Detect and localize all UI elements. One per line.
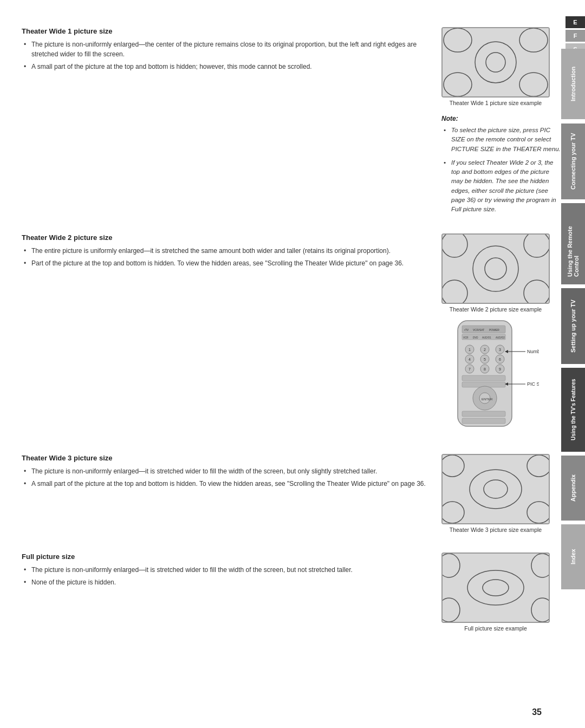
svg-text:DVD: DVD: [473, 336, 478, 339]
theater-wide-2-bullet-2: Part of the picture at the top and botto…: [24, 258, 431, 268]
theater-wide-1-image-container: Theater Wide 1 picture size example Note…: [441, 27, 550, 218]
theater-wide-2-bullets: The entire picture is uniformly enlarged…: [22, 246, 431, 268]
section-theater-wide-1: Theater Wide 1 picture size The picture …: [22, 27, 550, 218]
theater-wide-1-bullet-1: The picture is non-uniformly enlarged—th…: [24, 40, 431, 59]
svg-text:2: 2: [484, 348, 486, 352]
full-picture-bullet-1: The picture is non-uniformly enlarged—it…: [24, 565, 431, 575]
svg-text:ENTER: ENTER: [482, 398, 493, 401]
efs-f: F: [566, 30, 585, 42]
svg-text:VCR/SAT: VCR/SAT: [473, 328, 484, 332]
svg-text:7: 7: [469, 367, 471, 371]
efs-e: E: [566, 16, 585, 28]
full-picture-bullets: The picture is non-uniformly enlarged—it…: [22, 565, 431, 587]
section-theater-wide-3-text: Theater Wide 3 picture size The picture …: [22, 454, 431, 537]
svg-rect-7: [443, 235, 549, 303]
remote-control: •TV VCR/SAT POWER VCR DVD AUD/O1 AUD/O2 …: [441, 318, 539, 439]
svg-text:6: 6: [499, 358, 501, 361]
tab-index[interactable]: Index: [561, 524, 585, 589]
theater-wide-1-picture: Theater Wide 1 picture size example: [441, 27, 550, 106]
note-item-2: If you select Theater Wide 2 or 3, the t…: [444, 158, 561, 214]
theater-wide-1-caption: Theater Wide 1 picture size example: [441, 100, 550, 106]
tab-remote[interactable]: Using the Remote Control: [561, 203, 585, 284]
theater-wide-1-bullets: The picture is non-uniformly enlarged—th…: [22, 40, 431, 72]
right-sidebar: E F S Introduction Connecting your TV Us…: [557, 0, 585, 728]
tab-introduction[interactable]: Introduction: [561, 49, 585, 119]
svg-text:VCR: VCR: [463, 336, 469, 339]
full-picture-caption: Full picture size example: [441, 625, 550, 632]
svg-text:4: 4: [469, 358, 471, 361]
svg-rect-0: [443, 28, 549, 96]
theater-wide-3-bullet-1: The picture is non-uniformly enlarged—it…: [24, 466, 431, 476]
svg-text:POWER: POWER: [489, 328, 499, 332]
note-section: Note: To select the picture size, press …: [441, 115, 561, 214]
svg-text:1: 1: [469, 348, 471, 352]
tab-appendix[interactable]: Appendix: [561, 456, 585, 521]
section-theater-wide-1-text: Theater Wide 1 picture size The picture …: [22, 27, 431, 218]
note-item-1: To select the picture size, press PIC SI…: [444, 126, 561, 154]
full-picture-screen: [441, 552, 550, 623]
theater-wide-3-caption: Theater Wide 3 picture size example: [441, 526, 550, 533]
svg-rect-47: [462, 411, 505, 417]
note-title: Note:: [441, 115, 561, 122]
main-content: Theater Wide 1 picture size The picture …: [22, 27, 550, 696]
full-picture-title: Full picture size: [22, 552, 431, 561]
theater-wide-2-screen: [441, 233, 550, 304]
tab-features[interactable]: Using the TV's Features: [561, 368, 585, 452]
svg-text:AUD/O2: AUD/O2: [496, 336, 505, 339]
tab-connecting[interactable]: Connecting your TV: [561, 123, 585, 199]
theater-wide-2-caption: Theater Wide 2 picture size example: [441, 306, 550, 313]
page: E F S Introduction Connecting your TV Us…: [0, 0, 585, 728]
svg-rect-48: [462, 418, 505, 424]
svg-text:8: 8: [484, 367, 486, 371]
tab-setting[interactable]: Setting up your TV: [561, 288, 585, 364]
section-theater-wide-2-text: Theater Wide 2 picture size The entire p…: [22, 233, 431, 439]
svg-rect-42: [462, 375, 505, 381]
section-theater-wide-2: Theater Wide 2 picture size The entire p…: [22, 233, 550, 439]
svg-rect-60: [443, 554, 549, 622]
full-picture-image-container: Full picture size example: [441, 552, 550, 636]
full-picture-example: Full picture size example: [441, 552, 550, 632]
full-picture-bullet-2: None of the picture is hidden.: [24, 577, 431, 587]
svg-text:PIC SIZE: PIC SIZE: [527, 381, 539, 387]
theater-wide-1-bullet-2: A small part of the picture at the top a…: [24, 62, 431, 72]
theater-wide-1-screen: [441, 27, 550, 98]
svg-text:Number: Number: [527, 349, 539, 354]
theater-wide-2-title: Theater Wide 2 picture size: [22, 233, 431, 242]
theater-wide-3-title: Theater Wide 3 picture size: [22, 454, 431, 462]
page-number: 35: [532, 707, 542, 717]
svg-text:•TV: •TV: [464, 328, 469, 332]
theater-wide-2-image-container: Theater Wide 2 picture size example •TV …: [441, 233, 550, 439]
theater-wide-3-bullets: The picture is non-uniformly enlarged—it…: [22, 466, 431, 489]
section-full-picture-text: Full picture size The picture is non-uni…: [22, 552, 431, 636]
svg-text:5: 5: [484, 358, 486, 361]
svg-text:3: 3: [499, 348, 501, 352]
theater-wide-3-screen: [441, 454, 550, 524]
section-theater-wide-3: Theater Wide 3 picture size The picture …: [22, 454, 550, 537]
note-bullets: To select the picture size, press PIC SI…: [441, 126, 561, 214]
theater-wide-1-title: Theater Wide 1 picture size: [22, 27, 431, 35]
theater-wide-2-picture: Theater Wide 2 picture size example: [441, 233, 550, 313]
theater-wide-3-picture: Theater Wide 3 picture size example: [441, 454, 550, 533]
svg-text:AUD/O1: AUD/O1: [482, 336, 491, 339]
theater-wide-3-bullet-2: A small part of the picture at the top a…: [24, 479, 431, 489]
theater-wide-2-bullet-1: The entire picture is uniformly enlarged…: [24, 246, 431, 256]
section-full-picture: Full picture size The picture is non-uni…: [22, 552, 550, 636]
svg-rect-53: [443, 455, 549, 523]
svg-text:9: 9: [499, 367, 501, 371]
theater-wide-3-image-container: Theater Wide 3 picture size example: [441, 454, 550, 537]
